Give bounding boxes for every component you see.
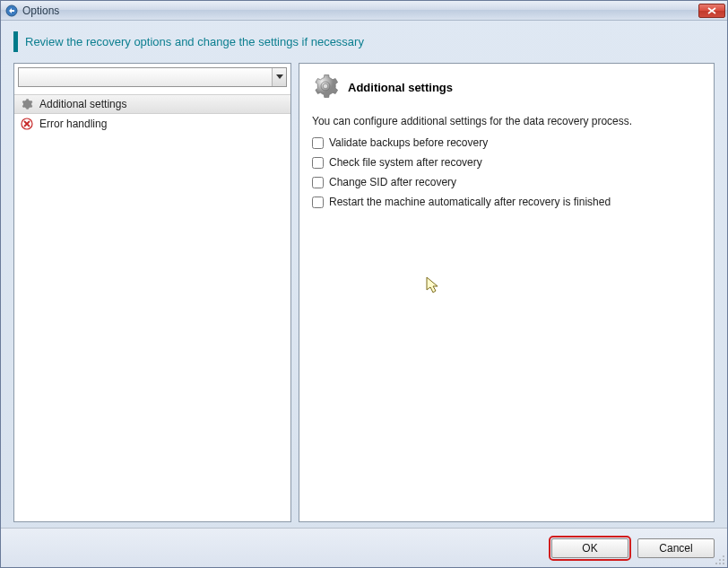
option-change-sid[interactable]: Change SID after recovery	[312, 176, 701, 188]
section-header: Additional settings	[312, 73, 701, 102]
checkbox[interactable]	[312, 157, 324, 169]
header-banner: Review the recovery options and change t…	[13, 31, 715, 52]
section-description: You can configure additional settings fo…	[312, 115, 701, 127]
nav-item-error-handling[interactable]: Error handling	[14, 114, 290, 134]
close-button[interactable]	[698, 4, 725, 18]
content-area: Additional settings Error handling	[1, 57, 727, 528]
svg-point-4	[723, 559, 724, 561]
gear-icon	[20, 97, 34, 111]
option-label: Restart the machine automatically after …	[329, 196, 611, 208]
svg-point-7	[719, 563, 721, 564]
svg-point-8	[715, 563, 717, 564]
svg-point-6	[723, 563, 724, 564]
option-validate-backups[interactable]: Validate backups before recovery	[312, 136, 701, 149]
left-pane: Additional settings Error handling	[13, 63, 291, 522]
checkbox[interactable]	[312, 137, 324, 149]
resize-grip-icon[interactable]	[715, 555, 725, 565]
nav-item-additional-settings[interactable]: Additional settings	[14, 94, 290, 114]
option-label: Check file system after recovery	[329, 156, 482, 169]
checkbox[interactable]	[312, 177, 324, 188]
options-window: Options Review the recovery options and …	[0, 0, 728, 568]
app-icon	[4, 4, 19, 18]
option-label: Change SID after recovery	[329, 176, 456, 188]
right-pane: Additional settings You can configure ad…	[299, 63, 715, 522]
nav-item-label: Error handling	[39, 118, 107, 130]
checkbox[interactable]	[312, 197, 324, 208]
error-icon	[20, 117, 34, 131]
svg-point-2	[323, 83, 328, 89]
preset-dropdown[interactable]	[18, 67, 287, 87]
cancel-button[interactable]: Cancel	[637, 538, 715, 558]
nav-item-label: Additional settings	[39, 98, 126, 110]
section-title: Additional settings	[348, 81, 453, 94]
window-title: Options	[22, 4, 698, 17]
option-restart-machine[interactable]: Restart the machine automatically after …	[312, 196, 701, 208]
option-check-filesystem[interactable]: Check file system after recovery	[312, 156, 701, 169]
titlebar[interactable]: Options	[1, 1, 727, 21]
nav-list: Additional settings Error handling	[14, 94, 290, 521]
chevron-down-icon[interactable]	[272, 68, 286, 86]
ok-button[interactable]: OK	[551, 538, 628, 558]
footer: OK Cancel	[1, 528, 727, 567]
svg-point-3	[723, 555, 724, 557]
option-label: Validate backups before recovery	[329, 136, 488, 149]
svg-point-5	[719, 559, 721, 561]
gear-large-icon	[312, 73, 339, 102]
